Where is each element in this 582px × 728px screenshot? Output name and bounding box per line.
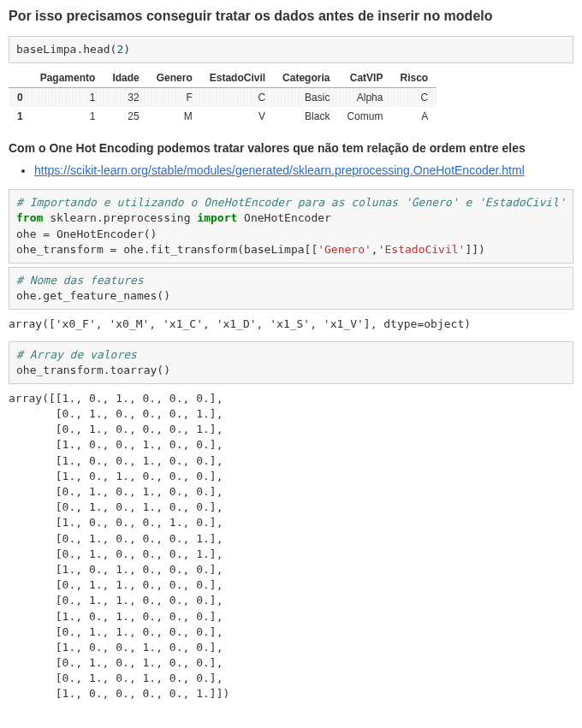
link-list: https://scikit-learn.org/stable/modules/… [9, 163, 573, 177]
cell: A [391, 107, 436, 126]
code-cell-3: # Nome das features ohe.get_feature_name… [9, 267, 573, 310]
row-index: 0 [9, 88, 32, 108]
output-feature-names: array(['x0_F', 'x0_M', 'x1_C', 'x1_D', '… [9, 313, 573, 340]
heading-onehot: Com o One Hot Encoding podemos tratar va… [9, 141, 573, 155]
table-row: 0 1 32 F C Basic Alpha C [9, 88, 436, 108]
col-header: Risco [391, 68, 436, 88]
cell: C [201, 88, 274, 108]
cell: 1 [32, 88, 104, 108]
code-cell-1: baseLimpa.head(2) [9, 36, 573, 63]
dataframe-output: Pagamento Idade Genero EstadoCivil Categ… [9, 68, 436, 126]
table-header-row: Pagamento Idade Genero EstadoCivil Categ… [9, 68, 436, 88]
col-header: Genero [148, 68, 201, 88]
table-row: 1 1 25 M V Black Comum A [9, 107, 436, 126]
cell: 1 [32, 107, 104, 126]
cell: V [201, 107, 274, 126]
list-item: https://scikit-learn.org/stable/modules/… [34, 163, 573, 177]
cell: C [391, 88, 436, 108]
cell: Comum [338, 107, 391, 126]
col-header: CatVIP [338, 68, 391, 88]
col-header: Idade [104, 68, 147, 88]
heading-main: Por isso precisamos conseguir tratar os … [9, 9, 573, 24]
cell: M [148, 107, 201, 126]
code-cell-4: # Array de valores ohe_transform.toarray… [9, 341, 573, 384]
col-header: Categoria [274, 68, 338, 88]
col-header: Pagamento [32, 68, 104, 88]
cell: 25 [104, 107, 147, 126]
output-array: array([[1., 0., 1., 0., 0., 0.], [0., 1.… [9, 388, 573, 711]
cell: F [148, 88, 201, 108]
cell: Alpha [338, 88, 391, 108]
code-cell-2: # Importando e utilizando o OneHotEncode… [9, 189, 573, 263]
cell: Black [274, 107, 338, 126]
index-header [9, 68, 32, 88]
cell: Basic [274, 88, 338, 108]
col-header: EstadoCivil [201, 68, 274, 88]
sklearn-docs-link[interactable]: https://scikit-learn.org/stable/modules/… [34, 163, 525, 177]
cell: 32 [104, 88, 147, 108]
row-index: 1 [9, 107, 32, 126]
